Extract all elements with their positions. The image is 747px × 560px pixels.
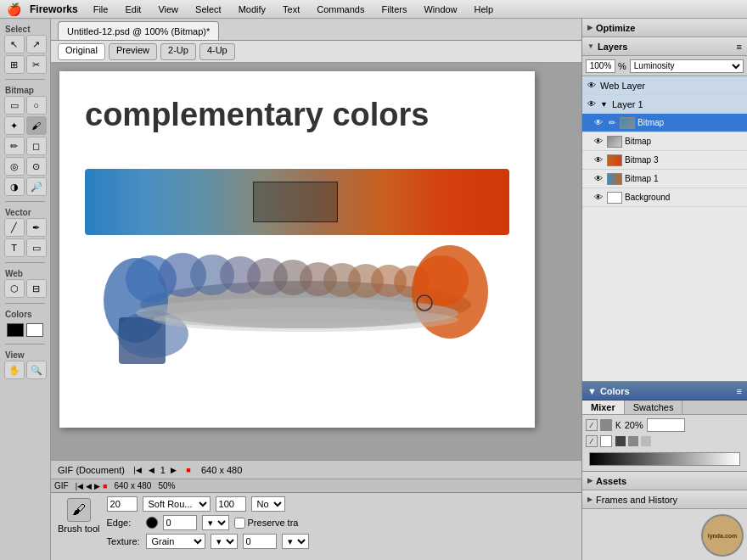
- colors-panel-header[interactable]: ▼ Colors ≡: [582, 382, 747, 400]
- assets-panel: ▶ Assets: [582, 471, 747, 490]
- menu-modify[interactable]: Modify: [235, 3, 269, 15]
- eye-icon[interactable]: 👁: [593, 136, 604, 148]
- color-fill-box[interactable]: [600, 435, 612, 447]
- edge-type[interactable]: ▾: [202, 515, 229, 530]
- foreground-color[interactable]: [7, 323, 24, 337]
- expand-icon[interactable]: ▼: [600, 100, 608, 109]
- color-tool-2[interactable]: [628, 436, 638, 446]
- menu-window[interactable]: Window: [420, 3, 460, 15]
- tab-preview[interactable]: Preview: [109, 43, 157, 60]
- menu-edit[interactable]: Edit: [121, 3, 144, 15]
- color-tool-1[interactable]: [615, 436, 626, 446]
- layer-bitmap-1[interactable]: 👁 Bitmap 1: [582, 170, 747, 188]
- document-tab[interactable]: Untitled-12.psd @ 100% (Bitmap)*: [58, 21, 219, 40]
- slice-tool[interactable]: ⊟: [26, 279, 47, 298]
- menu-file[interactable]: File: [90, 3, 112, 15]
- tab-2up[interactable]: 2-Up: [160, 43, 196, 60]
- layer-web[interactable]: 👁 Web Layer: [582, 76, 747, 95]
- hand-tool[interactable]: ✋: [4, 361, 25, 379]
- tip-size-input[interactable]: [107, 496, 138, 512]
- hotspot-tool[interactable]: ⬡: [4, 279, 25, 298]
- eye-icon[interactable]: 👁: [593, 154, 604, 166]
- preserve-checkbox[interactable]: [234, 518, 245, 529]
- tip-type-select[interactable]: Soft Rou...: [143, 496, 211, 512]
- subselect-tool[interactable]: ↗: [26, 35, 47, 53]
- scroll-last[interactable]: ■: [103, 482, 107, 490]
- menu-filters[interactable]: Filters: [378, 3, 410, 15]
- eyedropper-fill-icon[interactable]: ∕: [586, 435, 598, 447]
- layers-zoom-input[interactable]: [586, 59, 615, 73]
- eyedropper-stroke-icon[interactable]: ∕: [586, 419, 598, 431]
- assets-header[interactable]: ▶ Assets: [582, 472, 747, 490]
- layer-bitmap-3[interactable]: 👁 Bitmap 3: [582, 151, 747, 170]
- crop-tool[interactable]: ✂: [26, 55, 47, 74]
- edge-input[interactable]: [163, 515, 197, 530]
- scroll-prev[interactable]: ◀: [86, 482, 92, 490]
- gradient-swatch-bar[interactable]: [589, 452, 740, 466]
- scroll-next[interactable]: ▶: [94, 482, 100, 490]
- layer-bitmap-selected[interactable]: 👁 ✏ Bitmap: [582, 114, 747, 132]
- layer-bitmap-2[interactable]: 👁 Bitmap: [582, 132, 747, 151]
- apple-menu[interactable]: 🍎: [7, 3, 21, 16]
- first-frame-btn[interactable]: |◀: [132, 464, 143, 476]
- zoom-tool[interactable]: 🔍: [26, 361, 47, 379]
- background-color[interactable]: [26, 323, 43, 337]
- line-tool[interactable]: ╱: [4, 218, 25, 237]
- color-tool-3[interactable]: [641, 436, 651, 446]
- eye-icon[interactable]: 👁: [593, 173, 604, 185]
- pencil-tool[interactable]: ✏: [4, 137, 25, 155]
- texture-value-select[interactable]: ▾: [282, 534, 309, 549]
- layer-group-1[interactable]: 👁 ▼ Layer 1: [582, 95, 747, 114]
- menu-commands[interactable]: Commands: [313, 3, 368, 15]
- eye-icon[interactable]: 👁: [586, 80, 598, 92]
- optimize-panel-header[interactable]: ▶ Optimize: [582, 19, 747, 37]
- canvas[interactable]: complementary colors: [59, 71, 535, 428]
- menu-text[interactable]: Text: [279, 3, 303, 15]
- scale-tool[interactable]: ⊞: [4, 55, 25, 74]
- tab-original[interactable]: Original: [58, 43, 105, 60]
- eye-icon[interactable]: 👁: [586, 98, 598, 110]
- k-input[interactable]: [647, 418, 685, 432]
- marquee-tool[interactable]: ▭: [4, 96, 25, 115]
- prev-frame-btn[interactable]: ◀: [146, 464, 158, 476]
- frames-header[interactable]: ▶ Frames and History: [582, 490, 747, 509]
- dodge-tool[interactable]: ◑: [4, 177, 25, 196]
- colors-options-icon[interactable]: ≡: [737, 386, 742, 396]
- scroll-first[interactable]: |◀: [76, 482, 83, 490]
- tab-4up[interactable]: 4-Up: [199, 43, 235, 60]
- next-frame-btn[interactable]: ▶: [168, 464, 180, 476]
- text-tool[interactable]: T: [4, 238, 25, 257]
- tab-mixer[interactable]: Mixer: [582, 400, 625, 414]
- opacity-input[interactable]: [216, 496, 246, 512]
- pointer-tool[interactable]: ↖: [4, 35, 25, 53]
- texture-value-input[interactable]: [243, 534, 277, 549]
- menu-select[interactable]: Select: [192, 3, 225, 15]
- rectangle-tool[interactable]: ▭: [26, 238, 47, 257]
- pen-tool[interactable]: ✒: [26, 218, 47, 237]
- playback-controls[interactable]: |◀ ◀ 1 ▶ ■: [132, 464, 194, 476]
- app-name[interactable]: Fireworks: [30, 3, 78, 15]
- tab-swatches[interactable]: Swatches: [625, 400, 683, 414]
- eye-icon[interactable]: 👁: [593, 192, 604, 204]
- blend-select[interactable]: No: [251, 496, 285, 512]
- preserve-label: Preserve tra: [234, 518, 299, 529]
- blur-tool[interactable]: ◎: [4, 157, 25, 176]
- layers-options-icon[interactable]: ≡: [737, 42, 742, 52]
- horizontal-scrollbar[interactable]: GIF |◀ ◀ ▶ ■ 640 x 480 50%: [51, 479, 581, 492]
- texture-type-select[interactable]: ▾: [211, 534, 238, 549]
- magic-wand-tool[interactable]: ✦: [4, 116, 25, 135]
- menu-view[interactable]: View: [154, 3, 182, 15]
- texture-select[interactable]: Grain: [146, 534, 205, 549]
- brush-tool[interactable]: 🖌: [26, 116, 47, 135]
- last-frame-btn[interactable]: ■: [183, 464, 194, 476]
- lasso-tool[interactable]: ○: [26, 96, 47, 115]
- eyedropper-tool[interactable]: 🔎: [26, 177, 47, 196]
- k-label: K: [615, 421, 621, 430]
- color-stroke-box[interactable]: [600, 419, 612, 431]
- rubber-stamp-tool[interactable]: ⊙: [26, 157, 47, 176]
- eye-icon[interactable]: 👁: [593, 117, 604, 129]
- layer-background[interactable]: 👁 Background: [582, 188, 747, 207]
- blend-mode-select[interactable]: Luminosity: [630, 59, 744, 73]
- menu-help[interactable]: Help: [471, 3, 497, 15]
- eraser-tool[interactable]: ◻: [26, 137, 47, 155]
